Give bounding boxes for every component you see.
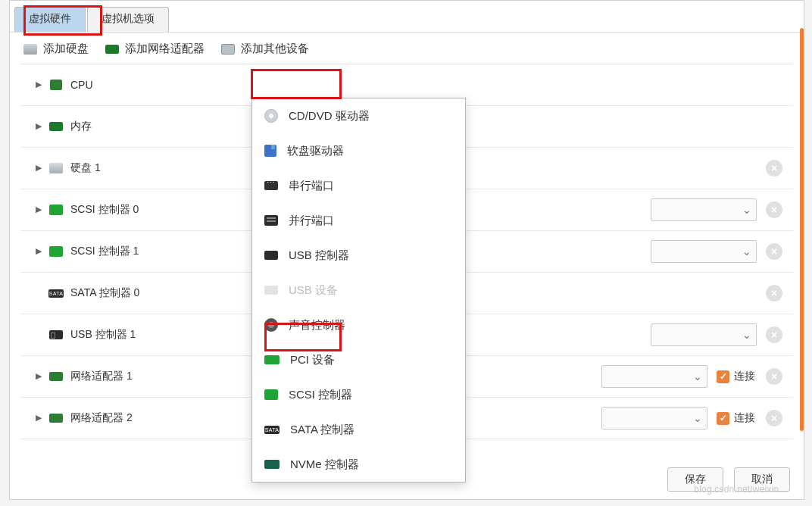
expander-icon[interactable]: ▶ bbox=[34, 163, 43, 173]
remove-button[interactable]: × bbox=[766, 285, 782, 301]
remove-button[interactable]: × bbox=[766, 368, 782, 385]
menu-item-usbctl[interactable]: USB 控制器 bbox=[252, 238, 465, 273]
checkbox-label: 连接 bbox=[734, 411, 755, 425]
add-disk-button[interactable]: 添加硬盘 bbox=[23, 42, 89, 56]
scsi-icon bbox=[264, 389, 278, 400]
add-nic-label: 添加网络适配器 bbox=[125, 42, 205, 56]
menu-item-label: 并行端口 bbox=[289, 214, 334, 228]
device-label: SATA 控制器 0 bbox=[70, 286, 139, 300]
floppy-icon bbox=[264, 145, 276, 157]
sata-icon: SATA bbox=[264, 426, 280, 434]
pci-icon bbox=[264, 355, 280, 364]
parallel-icon bbox=[264, 215, 278, 226]
menu-item-scsi[interactable]: SCSI 控制器 bbox=[252, 377, 465, 412]
expander-icon[interactable]: ▶ bbox=[34, 246, 43, 256]
device-select[interactable] bbox=[651, 323, 757, 346]
expander-icon[interactable]: ▶ bbox=[34, 80, 43, 89]
scsi-icon bbox=[48, 245, 64, 258]
menu-item-label: USB 控制器 bbox=[289, 248, 349, 263]
expander-icon[interactable]: ▶ bbox=[34, 121, 43, 131]
remove-button[interactable]: × bbox=[766, 410, 782, 426]
device-label: SCSI 控制器 0 bbox=[70, 203, 139, 217]
menu-item-label: CD/DVD 驱动器 bbox=[289, 109, 370, 123]
mem-icon bbox=[48, 120, 64, 133]
menu-item-label: 串行端口 bbox=[289, 179, 334, 193]
checkbox-label: 连接 bbox=[734, 370, 755, 383]
toolbar: 添加硬盘 添加网络适配器 添加其他设备 bbox=[10, 33, 804, 64]
disk-icon bbox=[23, 44, 37, 55]
menu-item-label: SCSI 控制器 bbox=[289, 388, 352, 402]
menu-item-label: NVMe 控制器 bbox=[290, 458, 359, 472]
add-other-label: 添加其他设备 bbox=[241, 42, 309, 56]
remove-button[interactable]: × bbox=[766, 160, 782, 176]
hdd-icon bbox=[48, 162, 64, 174]
menu-item-label: 软盘驱动器 bbox=[287, 144, 344, 158]
menu-item-label: SATA 控制器 bbox=[290, 423, 354, 437]
menu-item-parallel[interactable]: 并行端口 bbox=[252, 203, 465, 238]
tab-bar: 虚拟硬件 虚拟机选项 bbox=[10, 1, 804, 33]
scsi-icon bbox=[48, 204, 64, 216]
device-label: 硬盘 1 bbox=[70, 161, 101, 175]
nic-icon bbox=[48, 412, 64, 424]
menu-item-label: USB 设备 bbox=[289, 283, 338, 298]
device-label: 网络适配器 1 bbox=[70, 370, 133, 383]
menu-item-label: PCI 设备 bbox=[290, 353, 335, 367]
cd-icon bbox=[264, 109, 278, 123]
serial-icon bbox=[264, 181, 278, 190]
tab-vm-options[interactable]: 虚拟机选项 bbox=[87, 7, 169, 32]
sound-icon bbox=[264, 318, 278, 332]
add-other-device-button[interactable]: 添加其他设备 bbox=[221, 42, 309, 56]
add-disk-label: 添加硬盘 bbox=[43, 42, 89, 56]
remove-button[interactable]: × bbox=[766, 326, 782, 343]
scrollbar[interactable] bbox=[800, 28, 804, 431]
usb-icon bbox=[48, 329, 64, 341]
device-select[interactable] bbox=[601, 365, 707, 388]
tab-virtual-hardware[interactable]: 虚拟硬件 bbox=[14, 7, 86, 32]
device-select[interactable] bbox=[601, 407, 707, 429]
sata-icon: SATA bbox=[48, 287, 64, 299]
device-label: 网络适配器 2 bbox=[70, 411, 133, 425]
device-label: SCSI 控制器 1 bbox=[70, 245, 139, 258]
expander-icon[interactable]: ▶ bbox=[34, 371, 43, 381]
expander-icon[interactable]: ▶ bbox=[34, 205, 43, 214]
connect-checkbox[interactable]: ✓连接 bbox=[717, 411, 755, 425]
usbdev-icon bbox=[264, 286, 278, 295]
menu-item-sound[interactable]: 声音控制器 bbox=[252, 308, 465, 342]
expander-icon[interactable]: ▶ bbox=[34, 413, 43, 423]
device-select[interactable] bbox=[651, 240, 757, 263]
device-label: 内存 bbox=[70, 120, 92, 133]
add-other-device-menu[interactable]: CD/DVD 驱动器软盘驱动器串行端口并行端口USB 控制器USB 设备声音控制… bbox=[251, 98, 466, 483]
nic-icon bbox=[48, 370, 64, 383]
usbctl-icon bbox=[264, 251, 278, 260]
menu-item-label: 声音控制器 bbox=[289, 318, 345, 333]
menu-item-floppy[interactable]: 软盘驱动器 bbox=[252, 133, 465, 168]
menu-item-pci[interactable]: PCI 设备 bbox=[252, 342, 465, 377]
device-label: USB 控制器 1 bbox=[70, 328, 136, 342]
check-icon: ✓ bbox=[717, 370, 729, 383]
menu-item-serial[interactable]: 串行端口 bbox=[252, 168, 465, 203]
connect-checkbox[interactable]: ✓连接 bbox=[717, 370, 755, 383]
menu-item-sata[interactable]: SATASATA 控制器 bbox=[252, 412, 465, 447]
menu-item-cd[interactable]: CD/DVD 驱动器 bbox=[252, 98, 465, 133]
menu-item-usbdev: USB 设备 bbox=[252, 273, 465, 308]
check-icon: ✓ bbox=[717, 412, 729, 425]
add-device-icon bbox=[221, 44, 235, 55]
add-nic-button[interactable]: 添加网络适配器 bbox=[105, 42, 205, 56]
watermark-text: blog.csdn.net/weixin... bbox=[694, 484, 787, 495]
network-icon bbox=[105, 45, 119, 54]
cpu-icon bbox=[48, 79, 64, 91]
device-select[interactable] bbox=[651, 198, 757, 221]
device-label: CPU bbox=[70, 79, 93, 91]
remove-button[interactable]: × bbox=[766, 201, 782, 218]
menu-item-nvme[interactable]: NVMe 控制器 bbox=[252, 447, 465, 482]
nvme-icon bbox=[264, 460, 280, 469]
remove-button[interactable]: × bbox=[766, 243, 782, 260]
vm-settings-dialog: 虚拟硬件 虚拟机选项 添加硬盘 添加网络适配器 添加其他设备 ▶CPU▶内存▶硬… bbox=[9, 0, 804, 500]
